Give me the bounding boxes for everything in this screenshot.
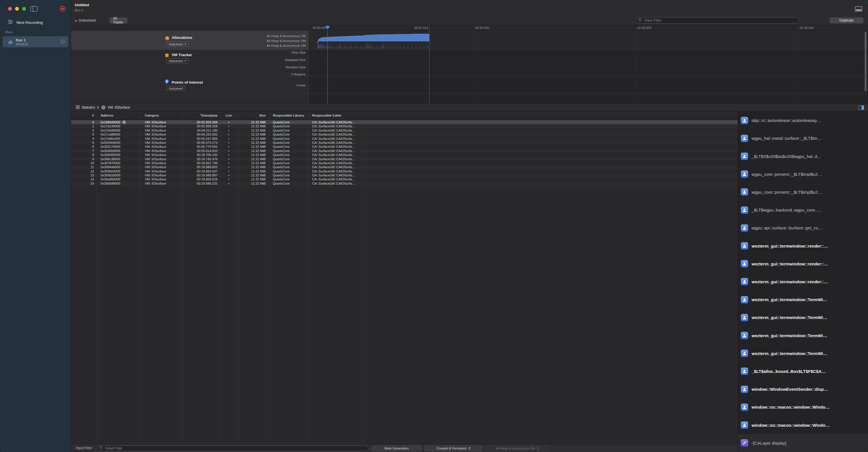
column-header-num[interactable]: # (71, 114, 97, 117)
column-header-category[interactable]: Category (141, 114, 183, 117)
stack-frame[interactable]: wezterm_gui::termwindow::TermWi… (738, 344, 868, 362)
run-info-icon[interactable]: i (61, 40, 65, 44)
stack-frame[interactable]: window::os::macos::window::Windo… (738, 398, 868, 416)
track-title-allocations[interactable]: Allocations (172, 35, 192, 40)
column-header-library[interactable]: Responsible Library (269, 114, 309, 117)
detail-scope-token[interactable]: × VM: IOSurface (101, 106, 130, 109)
close-window-button[interactable] (8, 7, 12, 11)
stack-frame[interactable]: window::os::macos::window::Windo… (738, 416, 868, 434)
inspector-panel-toggle-icon[interactable] (858, 106, 864, 110)
stack-frame-label: wezterm_gui::termwindow::render::… (751, 261, 828, 266)
cell-size: 12.22 MiB (238, 165, 269, 169)
recording-end-line (429, 25, 430, 104)
table-row[interactable]: 90x306c38000VM: IOSurface00:18.742.476•1… (71, 157, 738, 161)
table-row[interactable]: 120x3090e0000VM: IOSurface00:19.663.047•… (71, 169, 738, 173)
table-row[interactable]: 130x309d18000VM: IOSurface00:19.689.897•… (71, 173, 738, 177)
track-title-vm-tracker[interactable]: VM Tracker (172, 53, 192, 57)
column-header-live[interactable]: Live (220, 114, 238, 117)
stack-frame[interactable]: _$LT$alloc..boxed..Box$LT$F$C$A… (738, 362, 868, 380)
table-row[interactable]: 20x17b9d0000VM: IOSurface00:04.211.180•1… (71, 129, 738, 133)
column-header-caller[interactable]: Responsible Caller (309, 114, 363, 117)
cell-ts: 00:02.998.328 (183, 124, 220, 128)
stack-frame[interactable]: -[CALayer display] (738, 434, 868, 452)
cell-size: 12.22 MiB (238, 120, 269, 124)
track-filter-field[interactable] (636, 17, 800, 24)
add-instrument-button[interactable]: + Instrument (75, 17, 96, 24)
stack-frame[interactable]: wezterm_gui::termwindow::TermWi… (738, 309, 868, 327)
allocations-chart[interactable] (309, 31, 868, 50)
column-header-address[interactable]: Address (97, 114, 141, 117)
cell-lib: QuartzCore (269, 124, 309, 128)
stack-frame[interactable]: objc::rc::autorelease::autoreleasep… (738, 111, 868, 129)
stack-frame[interactable]: _$LT$wgpu..backend..wgpu_core..… (738, 201, 868, 219)
jump-arrow-icon[interactable]: → (122, 120, 126, 124)
table-row[interactable]: 40x17e96c000VM: IOSurface00:05.547.809•1… (71, 137, 738, 141)
cell-cat: VM: IOSurface (141, 149, 183, 153)
table-row[interactable]: 00x1689d0000→VM: IOSurface00:02.926.056•… (71, 120, 738, 124)
stack-frame-label: wezterm_gui::termwindow::render::… (751, 279, 828, 284)
vm-tracker-instrument-dropdown[interactable]: Instrument (166, 58, 189, 63)
stack-frame[interactable]: wgpu::api::surface::Surface::get_cu… (738, 219, 868, 237)
track-filter-input[interactable] (644, 18, 773, 23)
table-row[interactable]: 60x303174000VM: IOSurface00:05.778.591•1… (71, 145, 738, 149)
remove-token-icon[interactable]: × (101, 106, 105, 109)
detail-view-selector[interactable]: Statistics (76, 105, 99, 110)
cell-cat: VM: IOSurface (141, 161, 183, 165)
stack-frame[interactable]: wezterm_gui::termwindow::render::… (738, 273, 868, 291)
detail-filter-field[interactable] (96, 446, 368, 451)
column-header-size[interactable]: Size (238, 114, 269, 117)
filter-icon (99, 446, 103, 451)
sidebar-item-run-1[interactable]: Run 1 00:00:21 i (3, 36, 68, 47)
run-duration: 00:00:21 (16, 43, 28, 46)
cell-addr: 0x17ca88000 (97, 133, 141, 136)
track-title-points-of-interest[interactable]: Points of Interest (172, 80, 203, 85)
cell-live: • (220, 120, 238, 124)
record-button[interactable] (60, 6, 65, 11)
column-header-timestamp[interactable]: Timestamp (183, 114, 220, 117)
all-tracks-button[interactable]: All Tracks (110, 17, 127, 24)
cell-live: • (220, 181, 238, 186)
inspection-playhead[interactable] (328, 26, 328, 104)
bottom-panel-toggle-icon[interactable] (855, 6, 862, 11)
duplicate-button[interactable]: Duplicate (830, 17, 864, 24)
stack-frame[interactable]: wezterm_gui::termwindow::TermWi… (738, 327, 868, 344)
table-row[interactable]: 80x306000000VM: IOSurface00:18.706.192•1… (71, 153, 738, 157)
cell-addr: 0x304004000 (97, 149, 141, 153)
stack-frame[interactable]: wezterm_gui::termwindow::TermWi… (738, 291, 868, 309)
sidebar-toggle-icon[interactable] (30, 6, 38, 11)
detail-filter-input[interactable] (104, 446, 320, 451)
lane-label: Swapped Size (285, 58, 306, 62)
table-row[interactable]: 100x307870000VM: IOSurface00:18.851.749•… (71, 161, 738, 165)
stack-frame[interactable]: wgpu_hal::metal::surface::_$LT$im… (738, 129, 868, 147)
stack-frame[interactable]: _$LT$S$u20$as$u20$wgpu_hal..d… (738, 147, 868, 165)
stack-frame[interactable]: wezterm_gui::termwindow::render::… (738, 237, 868, 255)
stack-frame-label: wezterm_gui::termwindow::render::… (751, 244, 828, 248)
instruments-window: Next Recording Runs Run 1 00:00:21 i Unt… (0, 0, 868, 452)
table-row[interactable]: 30x17ca88000VM: IOSurface00:04.233.931•1… (71, 133, 738, 136)
minimize-window-button[interactable] (15, 7, 19, 11)
table-row[interactable]: 150x30b588000VM: IOSurface00:19.846.231•… (71, 181, 738, 186)
mark-generation-button[interactable]: Mark Generation (372, 446, 422, 451)
table-row[interactable]: 140x30a950000VM: IOSurface00:19.809.516•… (71, 177, 738, 181)
lifecycle-filter-dropdown[interactable]: Created & Persistent (424, 446, 482, 451)
table-row[interactable]: 50x302004000VM: IOSurface00:05.574.173•1… (71, 141, 738, 145)
cell-num: 7 (71, 149, 97, 153)
timeline-ruler[interactable]: 00:00.000 00:21.531 00:30.000 01:00.000 … (71, 25, 868, 31)
lane-separator (309, 56, 868, 56)
table-row[interactable]: 110x3084a8000VM: IOSurface00:18.888.802•… (71, 165, 738, 169)
cell-live: • (220, 149, 238, 153)
poi-instrument-button[interactable]: Instrument (166, 86, 186, 91)
stack-frame-label: window::os::macos::window::Windo… (751, 423, 830, 428)
table-row[interactable]: 10x17a134000VM: IOSurface00:02.998.328•1… (71, 124, 738, 128)
stack-frame[interactable]: wgpu_core::present::_$LT$impl$u2… (738, 165, 868, 183)
cell-cat: VM: IOSurface (141, 165, 183, 169)
table-row[interactable]: 70x304004000VM: IOSurface00:05.814.810•1… (71, 149, 738, 153)
sidebar-item-next-recording[interactable]: Next Recording (0, 19, 71, 26)
stack-frame[interactable]: window::WindowEventSender::disp… (738, 380, 868, 398)
stack-frame[interactable]: wgpu_core::present::_$LT$impl$u2… (738, 183, 868, 201)
zoom-window-button[interactable] (22, 7, 26, 11)
cell-ts: 00:05.778.591 (183, 145, 220, 149)
allocations-instrument-dropdown[interactable]: Instrument (166, 42, 189, 47)
ruler-label: 01:00.000 (638, 25, 651, 31)
stack-frame[interactable]: wezterm_gui::termwindow::render::… (738, 255, 868, 273)
